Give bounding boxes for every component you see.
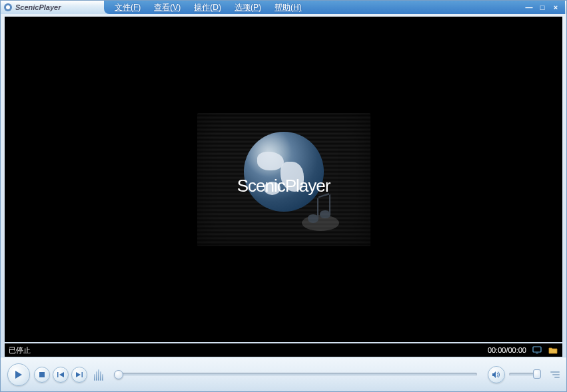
folder-icon[interactable] bbox=[548, 345, 558, 355]
minimize-button[interactable]: — bbox=[524, 3, 534, 12]
app-icon bbox=[3, 3, 13, 12]
splash-logo: ScenicPlayer bbox=[197, 113, 370, 246]
playback-state: 已停止 bbox=[9, 345, 31, 355]
menu-options[interactable]: 选项(P) bbox=[232, 2, 264, 13]
svg-point-1 bbox=[6, 5, 10, 9]
svg-rect-3 bbox=[533, 347, 541, 352]
volume-slider[interactable] bbox=[509, 373, 541, 376]
seek-thumb[interactable] bbox=[114, 370, 123, 379]
menu-file[interactable]: 文件(F) bbox=[112, 2, 143, 13]
svg-rect-5 bbox=[39, 372, 45, 377]
volume-thumb[interactable] bbox=[533, 369, 541, 379]
app-window: ScenicPlayer 文件(F) 查看(V) 操作(D) 选项(P) 帮助(… bbox=[0, 0, 567, 392]
menu-help[interactable]: 帮助(H) bbox=[272, 2, 304, 13]
equalizer-icon bbox=[94, 369, 103, 381]
stop-button[interactable] bbox=[34, 367, 50, 383]
resize-grip-icon[interactable] bbox=[549, 368, 560, 381]
next-button[interactable] bbox=[71, 367, 87, 383]
seek-slider[interactable] bbox=[114, 371, 477, 378]
control-bar bbox=[1, 357, 566, 391]
svg-rect-4 bbox=[536, 353, 538, 353]
splash-text: ScenicPlayer bbox=[237, 175, 330, 196]
previous-button[interactable] bbox=[53, 367, 69, 383]
volume-button[interactable] bbox=[488, 366, 505, 383]
title-bar[interactable]: ScenicPlayer 文件(F) 查看(V) 操作(D) 选项(P) 帮助(… bbox=[1, 1, 566, 14]
monitor-icon[interactable] bbox=[532, 345, 542, 355]
status-bar: 已停止 00:00/00:00 bbox=[5, 343, 562, 357]
svg-point-2 bbox=[302, 215, 339, 231]
menu-action[interactable]: 操作(D) bbox=[191, 2, 224, 13]
menu-view[interactable]: 查看(V) bbox=[151, 2, 183, 13]
window-controls: — □ × bbox=[520, 1, 565, 14]
menu-bar: 文件(F) 查看(V) 操作(D) 选项(P) 帮助(H) bbox=[104, 1, 521, 14]
app-title: ScenicPlayer bbox=[15, 3, 61, 11]
time-display: 00:00/00:00 bbox=[488, 346, 526, 354]
close-button[interactable]: × bbox=[550, 3, 561, 12]
play-button[interactable] bbox=[7, 363, 30, 386]
video-area[interactable]: ScenicPlayer bbox=[5, 17, 562, 342]
maximize-button[interactable]: □ bbox=[537, 3, 548, 12]
